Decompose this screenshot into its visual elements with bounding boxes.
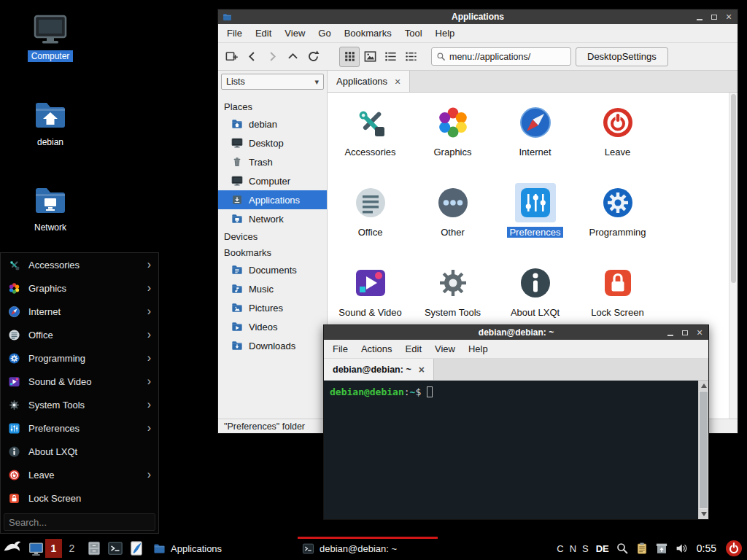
scrollbar-thumb[interactable]	[700, 392, 708, 508]
app-icon-internet[interactable]: Internet	[494, 98, 576, 179]
menu-bookmarks[interactable]: Bookmarks	[338, 28, 398, 39]
menu-tool[interactable]: Tool	[398, 28, 429, 39]
menu-file[interactable]: File	[326, 343, 355, 354]
menu-view[interactable]: View	[428, 343, 462, 354]
vertical-scrollbar[interactable]	[729, 93, 738, 419]
menu-item-accessories[interactable]: Accessories ›	[1, 253, 158, 276]
clipboard-icon[interactable]	[635, 542, 649, 555]
menu-file[interactable]: File	[220, 28, 249, 39]
close-button[interactable]: ×	[692, 325, 707, 340]
desktop-icon-network[interactable]: Network	[20, 183, 81, 233]
sidebar-item-trash[interactable]: Trash	[218, 152, 327, 171]
menu-item-internet[interactable]: Internet ›	[1, 300, 158, 323]
detailed-view-button[interactable]	[400, 47, 421, 67]
sidebar-item-documents[interactable]: Documents	[218, 260, 327, 279]
sidebar-item-pictures[interactable]: Pictures	[218, 298, 327, 317]
terminal-view[interactable]: debian@debian:~$	[324, 381, 708, 519]
refresh-button[interactable]	[303, 47, 323, 67]
menu-help[interactable]: Help	[429, 28, 462, 39]
chevron-down-icon: ▾	[314, 77, 319, 87]
launcher-file-manager[interactable]	[85, 537, 104, 560]
menu-item-sound-video[interactable]: Sound & Video ›	[1, 370, 158, 393]
minimize-button[interactable]	[692, 9, 707, 24]
maximize-button[interactable]	[707, 9, 721, 24]
scroll-down-button[interactable]	[699, 509, 708, 519]
system-tools-icon	[8, 399, 20, 411]
sidebar-item-network[interactable]: Network	[218, 209, 327, 228]
keyboard-state-indicator[interactable]: C N S DE	[557, 543, 609, 554]
terminal-tab[interactable]: debian@debian: ~ ×	[324, 359, 434, 380]
vertical-scrollbar[interactable]	[698, 381, 708, 519]
menu-item-preferences[interactable]: Preferences ›	[1, 416, 158, 440]
sidebar-item-music[interactable]: Music	[218, 279, 327, 298]
desktop-icon-computer[interactable]: Computer	[20, 12, 81, 62]
menu-go[interactable]: Go	[311, 28, 337, 39]
back-arrow-icon	[245, 50, 259, 63]
menu-item-programming[interactable]: Programming ›	[1, 346, 158, 370]
menu-view[interactable]: View	[278, 28, 311, 39]
workspace-1-button[interactable]: 1	[45, 539, 62, 558]
app-icon-other[interactable]: Other	[411, 179, 494, 259]
desktop-settings-button[interactable]: DesktopSettings	[576, 47, 668, 66]
menu-help[interactable]: Help	[462, 343, 495, 354]
minimize-button[interactable]	[663, 325, 678, 340]
compact-view-button[interactable]	[380, 47, 400, 67]
start-menu-button[interactable]	[1, 537, 23, 560]
maximize-button[interactable]	[678, 325, 692, 340]
menu-item-lock-screen[interactable]: Lock Screen	[1, 486, 158, 510]
sidebar-item-desktop[interactable]: Desktop	[218, 133, 327, 152]
forward-button[interactable]	[262, 47, 282, 67]
app-icon-graphics[interactable]: Graphics	[411, 98, 494, 179]
terminal-titlebar[interactable]: debian@debian: ~ ×	[324, 325, 708, 340]
sidebar-item-videos[interactable]: Videos	[218, 317, 327, 336]
fm-titlebar[interactable]: Applications ×	[218, 9, 738, 24]
thumbnail-view-button[interactable]	[360, 47, 380, 67]
app-icon-leave[interactable]: Leave	[576, 98, 659, 179]
workspace-2-button[interactable]: 2	[63, 539, 80, 558]
app-icon-office[interactable]: Office	[329, 179, 411, 259]
menu-edit[interactable]: Edit	[399, 343, 428, 354]
app-icon-accessories[interactable]: Accessories	[329, 98, 411, 179]
icon-view-button[interactable]	[339, 47, 360, 67]
sidebar-item-debian[interactable]: debian	[218, 114, 327, 133]
menu-item-system-tools[interactable]: System Tools ›	[1, 393, 158, 416]
keyboard-layout-indicator[interactable]: DE	[596, 543, 609, 554]
tab-close-icon[interactable]: ×	[395, 76, 400, 88]
app-icon-programming[interactable]: Programming	[576, 179, 659, 259]
fm-toolbar: menu://applications/ DesktopSettings	[218, 43, 738, 71]
sidebar-item-downloads[interactable]: Downloads	[218, 336, 327, 355]
menu-item-office[interactable]: Office ›	[1, 323, 158, 346]
screenshot-magnifier-icon[interactable]	[616, 542, 629, 555]
launcher-text-editor[interactable]	[127, 537, 146, 560]
sidebar-item-computer[interactable]: Computer	[218, 171, 327, 190]
power-button-icon[interactable]	[725, 540, 743, 557]
archive-updates-icon[interactable]	[655, 542, 668, 555]
menu-edit[interactable]: Edit	[249, 28, 278, 39]
taskbar-task-terminal[interactable]: debian@debian: ~	[298, 537, 438, 560]
volume-icon[interactable]	[675, 542, 688, 555]
menu-item-about-lxqt[interactable]: About LXQt	[1, 440, 158, 463]
tab-close-icon[interactable]: ×	[419, 364, 425, 376]
menu-item-graphics[interactable]: Graphics ›	[1, 276, 158, 300]
scroll-up-button[interactable]	[699, 381, 708, 391]
clock[interactable]: 0:55	[697, 542, 716, 554]
address-bar[interactable]: menu://applications/	[431, 47, 571, 66]
menu-item-label: Accessories	[28, 260, 80, 271]
show-desktop-button[interactable]	[26, 537, 45, 560]
menu-item-leave[interactable]: Leave ›	[1, 463, 158, 486]
taskbar-task-applications[interactable]: Applications	[149, 537, 257, 560]
menu-search-input[interactable]	[4, 513, 155, 531]
search-icon	[436, 52, 446, 61]
close-button[interactable]: ×	[721, 9, 736, 24]
desktop-icon-debian[interactable]: debian	[20, 98, 81, 148]
scrollbar-thumb[interactable]	[731, 94, 736, 283]
tab-applications[interactable]: Applications ×	[328, 71, 410, 92]
sidebar-item-applications[interactable]: Applications	[218, 190, 327, 209]
menu-actions[interactable]: Actions	[355, 343, 399, 354]
new-window-button[interactable]	[221, 47, 241, 67]
launcher-terminal[interactable]	[106, 537, 125, 560]
app-icon-preferences[interactable]: Preferences	[494, 179, 576, 259]
up-button[interactable]	[282, 47, 303, 67]
back-button[interactable]	[241, 47, 262, 67]
lists-combo[interactable]: Lists ▾	[221, 74, 324, 90]
